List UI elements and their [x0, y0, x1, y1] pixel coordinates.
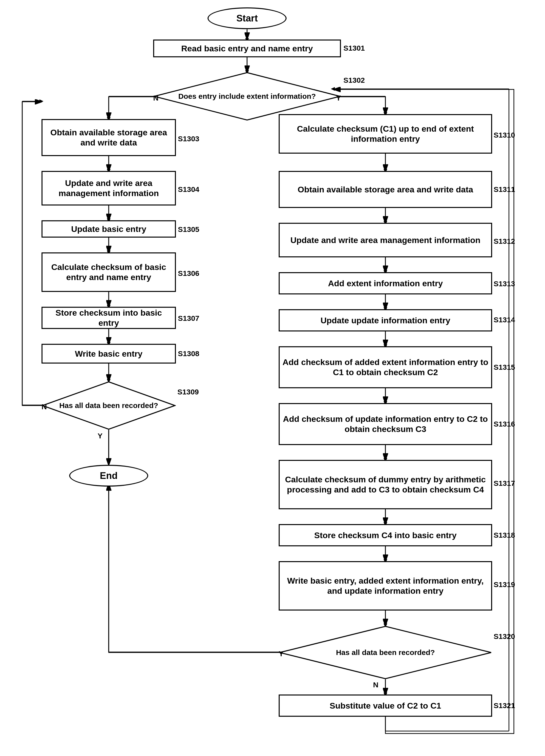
s1312-box: Update and write area management informa…	[279, 223, 492, 257]
s1311-label: S1311	[494, 185, 515, 194]
s1314-label: S1314	[494, 316, 515, 324]
s1316-box: Add checksum of update information entry…	[279, 403, 492, 445]
s1321-label: S1321	[494, 701, 515, 710]
s1312-label: S1312	[494, 237, 515, 245]
s1321-text: Substitute value of C2 to C1	[280, 701, 491, 711]
svg-marker-25	[40, 100, 43, 103]
s1303-box: Obtain available storage area and write …	[42, 119, 176, 156]
s1306-box: Calculate checksum of basic entry and na…	[42, 252, 176, 292]
s1313-label: S1313	[494, 280, 515, 288]
s1313-text: Add extent information entry	[280, 278, 491, 288]
s1315-box: Add checksum of added extent information…	[279, 346, 492, 388]
s1304-text: Update and write area management informa…	[42, 178, 175, 198]
s1309-text: Has all data been recorded?	[57, 399, 161, 412]
s1305-label: S1305	[178, 225, 199, 234]
s1319-box: Write basic entry, added extent informat…	[279, 561, 492, 611]
s1317-label: S1317	[494, 479, 515, 488]
s1316-text: Add checksum of update information entry…	[280, 414, 491, 434]
s1308-box: Write basic entry	[42, 344, 176, 364]
s1306-text: Calculate checksum of basic entry and na…	[42, 262, 175, 282]
y-label-s1320: Y	[279, 650, 284, 658]
s1310-text: Calculate checksum (C1) up to end of ext…	[280, 124, 491, 144]
s1310-label: S1310	[494, 131, 515, 139]
start-label: Start	[236, 13, 258, 24]
flowchart-diagram: Start Read basic entry and name entry S1…	[0, 0, 545, 756]
s1310-box: Calculate checksum (C1) up to end of ext…	[279, 114, 492, 154]
start-oval: Start	[208, 7, 287, 29]
s1313-box: Add extent information entry	[279, 272, 492, 294]
s1302-label: S1302	[343, 76, 365, 84]
s1307-label: S1307	[178, 314, 199, 323]
s1308-label: S1308	[178, 349, 199, 358]
s1301-text: Read basic entry and name entry	[154, 43, 340, 54]
s1311-box: Obtain available storage area and write …	[279, 171, 492, 208]
s1302-text: Does entry include extent information?	[176, 89, 318, 103]
s1305-box: Update basic entry	[42, 220, 176, 238]
s1321-box: Substitute value of C2 to C1	[279, 695, 492, 717]
s1305-text: Update basic entry	[42, 224, 175, 234]
s1314-text: Update update information entry	[280, 315, 491, 326]
s1301-label: S1301	[343, 44, 365, 52]
s1303-label: S1303	[178, 135, 199, 143]
s1314-box: Update update information entry	[279, 309, 492, 331]
end-oval: End	[69, 465, 148, 487]
s1311-text: Obtain available storage area and write …	[280, 184, 491, 195]
s1320-text: Has all data been recorded?	[334, 646, 437, 659]
s1309-diamond: Has all data been recorded?	[42, 381, 176, 430]
s1317-box: Calculate checksum of dummy entry by ari…	[279, 460, 492, 509]
s1318-box: Store checksum C4 into basic entry	[279, 524, 492, 546]
s1302-diamond: Does entry include extent information?	[153, 72, 341, 121]
y-label-s1302: Y	[336, 94, 341, 102]
s1317-text: Calculate checksum of dummy entry by ari…	[280, 474, 491, 495]
end-label: End	[100, 470, 118, 481]
n-label-s1302: N	[153, 94, 159, 102]
s1318-text: Store checksum C4 into basic entry	[280, 530, 491, 540]
s1318-label: S1318	[494, 531, 515, 539]
s1319-label: S1319	[494, 580, 515, 589]
s1304-box: Update and write area management informa…	[42, 171, 176, 205]
s1308-text: Write basic entry	[42, 349, 175, 359]
s1319-text: Write basic entry, added extent informat…	[280, 576, 491, 596]
s1316-label: S1316	[494, 420, 515, 428]
n-label-s1309: N	[42, 403, 47, 411]
s1309-label: S1309	[177, 388, 199, 396]
s1307-box: Store checksum into basic entry	[42, 307, 176, 329]
s1301-box: Read basic entry and name entry	[153, 40, 341, 57]
s1312-text: Update and write area management informa…	[280, 235, 491, 245]
s1307-text: Store checksum into basic entry	[42, 308, 175, 328]
s1306-label: S1306	[178, 269, 199, 278]
n-label-s1320: N	[373, 681, 378, 689]
s1304-label: S1304	[178, 185, 199, 194]
s1320-diamond: Has all data been recorded?	[279, 625, 492, 680]
s1320-label: S1320	[494, 632, 515, 641]
s1303-text: Obtain available storage area and write …	[42, 127, 175, 148]
svg-marker-27	[107, 461, 110, 464]
s1315-text: Add checksum of added extent information…	[280, 357, 491, 377]
s1315-label: S1315	[494, 363, 515, 371]
y-label-s1309: Y	[98, 432, 103, 440]
